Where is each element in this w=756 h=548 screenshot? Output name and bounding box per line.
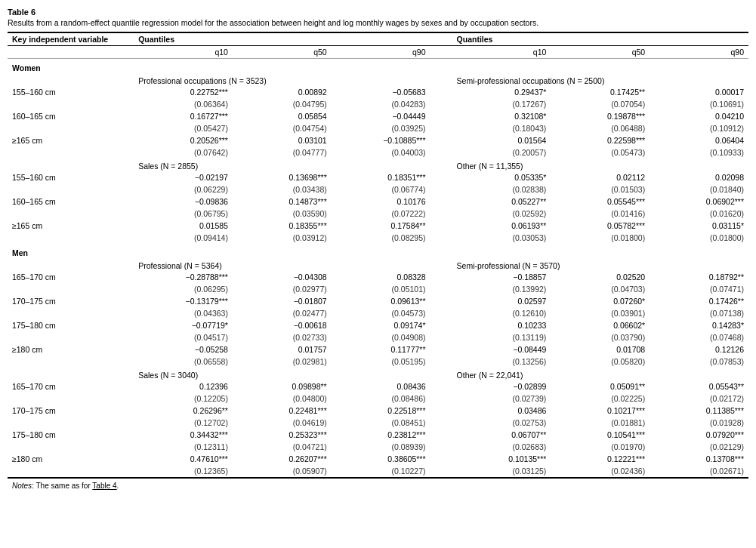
paren-row: (0.12365) (0.05907) (0.10227) (0.03125) … — [8, 465, 748, 478]
spacer — [430, 368, 452, 380]
q50-right-paren: (0.04703) — [551, 283, 650, 295]
spacer-cell — [430, 319, 452, 331]
q50-right-val: 0.02112 — [551, 171, 650, 183]
q90-right-val: 0.17426** — [650, 295, 748, 307]
q50-left-paren: (0.04619) — [233, 417, 332, 429]
q50-right-paren: (0.01881) — [551, 417, 650, 429]
height-label: 170–175 cm — [8, 405, 134, 417]
q50-right-paren: (0.07054) — [551, 98, 650, 110]
q50-right-val: 0.10541*** — [551, 429, 650, 441]
q50-left-val: 0.18355*** — [233, 220, 332, 232]
q50-right-paren: (0.01970) — [551, 441, 650, 453]
q90-left-val: 0.11777** — [332, 343, 430, 356]
q90-right-header: q90 — [650, 46, 748, 59]
height-label: 165–170 cm — [8, 271, 134, 283]
table-row: 165–170 cm 0.12396 0.09898** 0.08436 −0.… — [8, 380, 748, 393]
paren-row: (0.04517) (0.02733) (0.04908) (0.13119) … — [8, 331, 748, 343]
q90-left-val: 0.09613** — [332, 295, 430, 307]
subsection-label-left — [8, 368, 134, 380]
spacer-paren — [430, 331, 452, 343]
q90-right-val: 0.18792** — [650, 271, 748, 283]
q10-left-paren: (0.06364) — [134, 98, 233, 110]
q90-right-val: 0.02098 — [650, 171, 748, 183]
quantiles-right-header: Quantiles — [452, 32, 748, 46]
q50-left-paren: (0.04795) — [233, 98, 332, 110]
q50-left-val: −0.00618 — [233, 319, 332, 331]
subsection-right: Semi-professional occupations (N = 2500) — [452, 73, 748, 86]
q10-left-val: −0.28788*** — [134, 271, 233, 283]
q50-right-paren: (0.06488) — [551, 122, 650, 134]
q50-left-header: q50 — [233, 46, 332, 59]
spacer-paren — [430, 208, 452, 220]
key-sub-header — [8, 46, 134, 59]
paren-key — [8, 465, 134, 478]
paren-row: (0.06795) (0.03590) (0.07222) (0.02592) … — [8, 208, 748, 220]
spacer-cell — [430, 405, 452, 417]
spacer-paren — [430, 465, 452, 478]
q10-right-val: 0.29437* — [452, 86, 551, 98]
q50-right-paren: (0.03901) — [551, 307, 650, 319]
q50-right-paren: (0.01800) — [551, 232, 650, 244]
subsection-label-left — [8, 159, 134, 171]
subsection-right: Other (N = 22,041) — [452, 368, 748, 380]
q90-left-paren: (0.04283) — [332, 98, 430, 110]
q90-left-val: 0.18351*** — [332, 171, 430, 183]
paren-key — [8, 331, 134, 343]
q10-right-val: 0.06707** — [452, 429, 551, 441]
q90-right-paren: (0.07138) — [650, 307, 748, 319]
q90-left-paren: (0.03925) — [332, 122, 430, 134]
height-label: 160–165 cm — [8, 195, 134, 208]
table-row: 160–165 cm 0.16727*** 0.05854 −0.04449 0… — [8, 110, 748, 122]
q90-left-val: 0.22518*** — [332, 405, 430, 417]
height-label: 155–160 cm — [8, 86, 134, 98]
q90-left-paren: (0.08451) — [332, 417, 430, 429]
q90-left-paren: (0.06774) — [332, 183, 430, 195]
q10-right-paren: (0.13119) — [452, 331, 551, 343]
spacer-cell — [430, 453, 452, 465]
paren-key — [8, 208, 134, 220]
q90-right-paren: (0.10912) — [650, 122, 748, 134]
q10-left-paren: (0.12205) — [134, 393, 233, 405]
spacer-paren — [430, 122, 452, 134]
q50-left-val: 0.00892 — [233, 86, 332, 98]
q50-left-paren: (0.04754) — [233, 122, 332, 134]
quantile-subheaders: q10 q50 q90 q10 q50 q90 — [8, 46, 748, 59]
q90-left-val: 0.17584** — [332, 220, 430, 232]
q90-right-val: 0.06404 — [650, 134, 748, 146]
q10-left-paren: (0.12702) — [134, 417, 233, 429]
q10-right-paren: (0.02753) — [452, 417, 551, 429]
subsection-right: Other (N = 11,355) — [452, 159, 748, 171]
q50-right-paren: (0.02436) — [551, 465, 650, 478]
paren-key — [8, 122, 134, 134]
q50-left-val: 0.05854 — [233, 110, 332, 122]
paren-row: (0.05427) (0.04754) (0.03925) (0.18043) … — [8, 122, 748, 134]
q50-left-val: 0.03101 — [233, 134, 332, 146]
table4-link[interactable]: Table 4 — [92, 482, 116, 490]
q50-right-val: 0.07260* — [551, 295, 650, 307]
spacer-paren — [430, 232, 452, 244]
spacer-cell — [430, 195, 452, 208]
q50-left-paren: (0.03590) — [233, 208, 332, 220]
q50-left-paren: (0.03438) — [233, 183, 332, 195]
spacer-cell — [430, 110, 452, 122]
spacer-paren — [430, 417, 452, 429]
q50-left-paren: (0.02977) — [233, 283, 332, 295]
q10-left-paren: (0.07642) — [134, 146, 233, 159]
q90-left-paren: (0.04573) — [332, 307, 430, 319]
paren-row: (0.06364) (0.04795) (0.04283) (0.17267) … — [8, 98, 748, 110]
q50-right-val: 0.01708 — [551, 343, 650, 356]
q50-right-header: q50 — [551, 46, 650, 59]
q50-left-val: 0.22481*** — [233, 405, 332, 417]
q90-left-val: 0.08328 — [332, 271, 430, 283]
q90-left-val: 0.09174* — [332, 319, 430, 331]
q90-left-paren: (0.04908) — [332, 331, 430, 343]
subsection-label-row: Professional occupations (N = 3523) Semi… — [8, 73, 748, 86]
q90-right-paren: (0.10933) — [650, 146, 748, 159]
q50-right-val: 0.22598*** — [551, 134, 650, 146]
q90-left-val: 0.23812*** — [332, 429, 430, 441]
spacer-header — [430, 32, 452, 46]
q50-left-val: 0.01757 — [233, 343, 332, 356]
q50-right-val: 0.05545*** — [551, 195, 650, 208]
q10-right-paren: (0.18043) — [452, 122, 551, 134]
paren-key — [8, 183, 134, 195]
